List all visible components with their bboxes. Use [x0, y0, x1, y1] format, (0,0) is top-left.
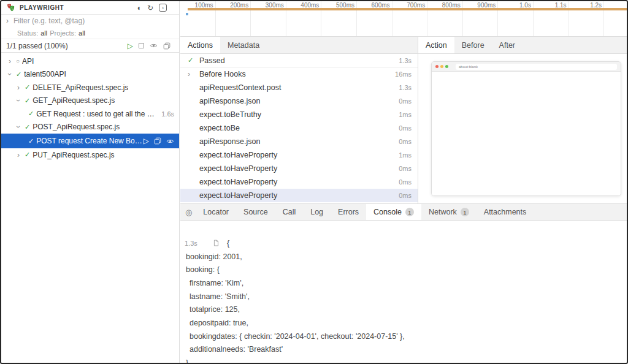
pass-check-icon: ✓ — [16, 70, 21, 78]
tab-network[interactable]: Network 1 — [421, 204, 477, 220]
tab-call[interactable]: Call — [275, 204, 304, 220]
tab-metadata[interactable]: Metadata — [220, 37, 267, 53]
tab-actions[interactable]: Actions — [180, 37, 220, 53]
tab-errors[interactable]: Errors — [331, 204, 366, 220]
tab-attachments[interactable]: Attachments — [477, 204, 534, 220]
tree-item-post-request-test[interactable]: ✓ POST request Create New Booking ▷ — [1, 134, 179, 148]
snapshot-content: about:blank — [418, 54, 627, 203]
console-line: booking: { — [180, 263, 627, 276]
console-timestamp: 1.3s — [185, 240, 207, 247]
action-row[interactable]: expect.toHaveProperty 1ms — [180, 148, 418, 162]
playwright-logo-icon — [6, 3, 15, 12]
action-row[interactable]: expect.toHaveProperty 0ms — [180, 162, 418, 175]
tab-log[interactable]: Log — [303, 204, 331, 220]
stop-button[interactable] — [139, 43, 144, 48]
action-name: Before Hooks — [199, 70, 246, 78]
timeline-tick: 100ms — [180, 1, 216, 36]
timeline-tick: 400ms — [286, 1, 322, 36]
run-all-button[interactable]: ▷ — [128, 42, 133, 50]
chevron-down-icon[interactable]: › — [6, 70, 14, 78]
network-count-badge: 1 — [461, 208, 469, 216]
status-value[interactable]: all — [40, 29, 47, 37]
tab-before[interactable]: Before — [454, 37, 492, 53]
watch-icon[interactable] — [166, 137, 174, 145]
action-duration: 1ms — [399, 151, 418, 159]
action-row[interactable]: apiRequestContext.post 1.3s — [180, 81, 418, 94]
chevron-right-icon[interactable]: › — [188, 70, 196, 78]
snapshot-tabbar: Action Before After — [418, 37, 627, 54]
run-test-button[interactable]: ▷ — [144, 137, 149, 145]
watch-all-icon[interactable] — [150, 42, 158, 50]
pass-check-icon: ✓ — [25, 123, 30, 131]
open-window-icon[interactable] — [154, 137, 161, 145]
tree-item-label: GET Request : used to get all the bookin… — [36, 110, 158, 118]
timeline-tick: 600ms — [357, 1, 392, 36]
tree-item-get-spec[interactable]: › ✓ GET_ApiRequest.spec.js — [1, 94, 179, 108]
console-line: } — [180, 356, 627, 363]
pass-check-icon: ✓ — [188, 56, 196, 64]
tree-item-post-spec[interactable]: › ✓ POST_ApiRequest.spec.js — [1, 121, 179, 134]
pass-check-icon: ✓ — [25, 83, 30, 91]
pass-check-icon: ✓ — [28, 110, 34, 118]
console-line: firstname: 'Kim', — [180, 276, 627, 290]
filter-input[interactable] — [13, 17, 174, 25]
theme-toggle-icon[interactable]: ◐ — [137, 4, 142, 12]
chevron-right-icon[interactable]: › — [15, 83, 22, 92]
pass-check-icon: ✓ — [28, 137, 34, 145]
tree-item-get-request-test[interactable]: ✓ GET Request : used to get all the book… — [1, 107, 179, 121]
chevron-right-icon[interactable]: › — [6, 57, 13, 66]
tab-action[interactable]: Action — [418, 37, 454, 53]
app-title: PLAYWRIGHT — [20, 4, 64, 11]
chevron-down-icon[interactable]: › — [14, 123, 23, 131]
run-summary: 1/1 passed (100%) — [6, 42, 68, 50]
action-duration: 1.3s — [399, 57, 418, 64]
tree-item-api[interactable]: › ○ API — [1, 55, 179, 68]
action-duration: 0ms — [399, 165, 418, 172]
windows-icon[interactable] — [163, 42, 170, 50]
action-name: expect.toBeTruthy — [199, 110, 261, 119]
test-duration: 1.6s — [158, 110, 174, 118]
timeline-trace-bar[interactable] — [188, 8, 627, 10]
timeline-tick: 300ms — [251, 1, 286, 36]
tree-item-delete-spec[interactable]: › ✓ DELETE_ApiRequest.spec.js — [1, 81, 179, 94]
console-entry-header: 1.3s { — [180, 237, 627, 250]
action-row-before-hooks[interactable]: › Before Hooks 16ms — [180, 67, 418, 81]
timeline-tick: 900ms — [463, 1, 499, 36]
console-line: depositpaid: true, — [180, 316, 627, 330]
tab-after[interactable]: After — [492, 37, 523, 53]
tab-console[interactable]: Console 1 — [366, 204, 421, 220]
action-row[interactable]: apiResponse.json 0ms — [180, 135, 418, 148]
action-row[interactable]: expect.toHaveProperty 0ms — [180, 175, 418, 189]
pick-locator-icon[interactable]: ◎ — [180, 204, 196, 220]
timeline-tick: 1.1s — [534, 1, 569, 36]
action-row[interactable]: expect.toBeTruthy 1ms — [180, 108, 418, 121]
tree-item-put-spec[interactable]: › ✓ PUT_ApiRequest.spec.js — [1, 148, 179, 162]
actions-list: ✓ Passed 1.3s › Before Hooks 16ms apiReq… — [180, 54, 418, 202]
status-label: Status: — [17, 29, 38, 37]
collapse-sidebar-icon[interactable]: › — [159, 4, 167, 12]
action-row[interactable]: apiResponse.json 0ms — [180, 94, 418, 108]
chevron-right-icon[interactable]: › — [15, 151, 22, 159]
action-duration: 0ms — [399, 192, 418, 199]
action-name: Passed — [199, 56, 225, 65]
timeline-ticks: 100ms 200ms 300ms 400ms 500ms 600ms 700m… — [180, 1, 627, 36]
action-name: apiResponse.json — [199, 97, 260, 105]
chevron-down-icon[interactable]: › — [14, 97, 23, 104]
filter-chevron-icon[interactable]: › — [6, 17, 9, 25]
timeline-ruler[interactable]: 100ms 200ms 300ms 400ms 500ms 600ms 700m… — [180, 1, 627, 37]
tab-source[interactable]: Source — [236, 204, 275, 220]
filter-row: › — [1, 15, 179, 27]
filter-status-row: Status: all Projects: all — [1, 27, 179, 39]
action-row-selected[interactable]: expect.toHaveProperty 0ms — [180, 189, 418, 202]
tab-locator[interactable]: Locator — [196, 204, 236, 220]
timeline-tick: 500ms — [321, 1, 357, 36]
projects-value[interactable]: all — [78, 29, 85, 37]
action-row[interactable]: expect.toBe 0ms — [180, 121, 418, 135]
action-row-status[interactable]: ✓ Passed 1.3s — [180, 54, 418, 67]
console-output: 1.3s { bookingid: 2001, booking: { first… — [180, 221, 627, 363]
address-bar: about:blank — [456, 64, 617, 70]
tree-item-label: talent500API — [24, 70, 66, 78]
reload-icon[interactable]: ↻ — [147, 4, 153, 12]
action-duration: 1ms — [399, 111, 418, 118]
tree-item-talent500api[interactable]: › ✓ talent500API — [1, 68, 179, 82]
